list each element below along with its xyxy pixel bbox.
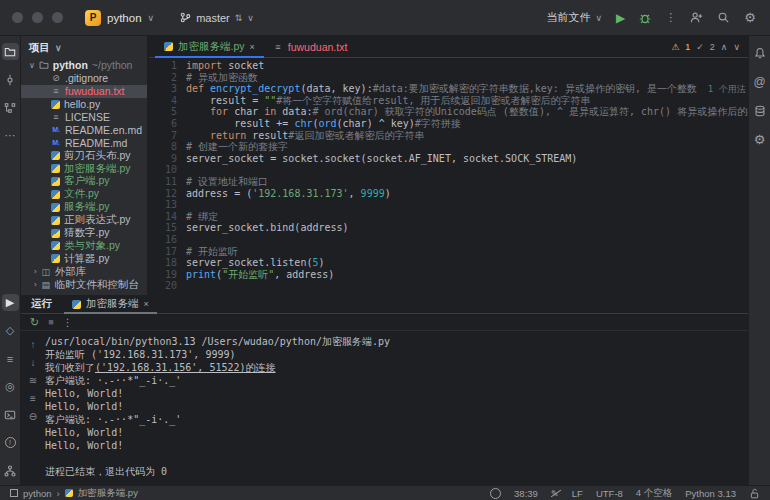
- tree-item[interactable]: ›◫外部库: [21, 265, 147, 278]
- python-file-icon: [51, 151, 60, 160]
- tree-item[interactable]: 类与对象.py: [21, 239, 147, 252]
- branch-widget[interactable]: master ⇅ ∨: [174, 9, 260, 27]
- settings-gear-icon[interactable]: ⚙: [744, 10, 756, 25]
- tree-item[interactable]: 猜数字.py: [21, 227, 147, 240]
- tree-item[interactable]: ≡LICENSE: [21, 111, 147, 124]
- code-line: [186, 199, 748, 211]
- code-line: # 创建一个新的套接字: [186, 141, 748, 153]
- editor-tab[interactable]: 加密服务端.py×: [155, 36, 264, 57]
- run-tab[interactable]: 加密服务端 ×: [64, 295, 157, 313]
- run-config-selector[interactable]: 当前文件 ∨: [547, 10, 603, 25]
- code-lines: import socket# 异或加密函数def encrypt_decrypt…: [186, 60, 748, 292]
- soft-wrap-button[interactable]: ≋: [29, 375, 37, 386]
- project-panel-header[interactable]: 项目 ∨: [21, 36, 147, 59]
- terminal-tool-button[interactable]: [2, 406, 19, 423]
- indent-setting[interactable]: 4 个空格: [636, 487, 672, 500]
- python-packages-tool-button[interactable]: ≡: [2, 350, 19, 367]
- tree-item-label: 计算器.py: [64, 252, 110, 266]
- tree-item[interactable]: 文件.py: [21, 188, 147, 201]
- tree-item[interactable]: 正则表达式.py: [21, 214, 147, 227]
- breadcrumb-file[interactable]: 加密服务端.py: [78, 487, 138, 500]
- prev-problem-button[interactable]: ∧: [721, 42, 728, 52]
- project-tool-button[interactable]: [2, 43, 19, 60]
- tree-item[interactable]: 客户端.py: [21, 175, 147, 188]
- background-tasks-icon[interactable]: [490, 488, 501, 499]
- inspection-widget[interactable]: ⚠1 ✓2 ∧ ∨: [671, 42, 740, 52]
- notifications-tool-button[interactable]: [751, 44, 768, 61]
- search-everywhere-button[interactable]: [717, 11, 730, 24]
- close-window-button[interactable]: [12, 12, 23, 23]
- tab-label: 加密服务端.py: [178, 40, 245, 54]
- close-icon[interactable]: ×: [144, 299, 149, 309]
- line-separator[interactable]: LF: [572, 488, 583, 499]
- clear-console-button[interactable]: ⊖: [29, 411, 37, 422]
- run-panel-title[interactable]: 运行: [21, 297, 64, 311]
- tree-item-label: 类与对象.py: [64, 239, 120, 253]
- tree-item[interactable]: ≡fuwuduan.txt: [21, 85, 147, 98]
- more-tools-button[interactable]: ⋯: [2, 127, 19, 144]
- tree-item[interactable]: M↓README.md: [21, 136, 147, 149]
- tree-item[interactable]: 剪刀石头布.py: [21, 149, 147, 162]
- tree-root-row[interactable]: ∨ python ~/python: [21, 59, 147, 72]
- commit-tool-button[interactable]: [2, 71, 19, 88]
- tab-strip: 加密服务端.py×≡fuwuduan.txt: [155, 36, 356, 57]
- python-file-icon: [51, 190, 60, 199]
- run-button[interactable]: ▶: [616, 11, 625, 25]
- scroll-up-button[interactable]: ↑: [31, 339, 36, 350]
- chevron-right-icon[interactable]: ›: [34, 267, 37, 276]
- python-console-tool-button[interactable]: ◎: [2, 378, 19, 395]
- tree-item[interactable]: hello.py: [21, 98, 147, 111]
- close-icon[interactable]: ×: [250, 42, 255, 52]
- run-panel: 运行 加密服务端 × ↻ ■ ⋮ ↑ ↓ ≋ ≡ ⊖ /usr/local/bi…: [21, 295, 748, 485]
- code-line: print("开始监听", address): [186, 269, 748, 281]
- zoom-window-button[interactable]: [52, 12, 63, 23]
- debug-button[interactable]: [639, 12, 651, 24]
- more-options-button[interactable]: ⋮: [63, 317, 73, 328]
- structure-tool-button[interactable]: [2, 99, 19, 116]
- services-tool-button[interactable]: ◇: [2, 322, 19, 339]
- line-number: 6: [149, 118, 177, 130]
- scroll-down-button[interactable]: ↓: [31, 357, 36, 368]
- tree-item[interactable]: 服务端.py: [21, 201, 147, 214]
- code-line: import socket: [186, 60, 748, 72]
- problems-tool-button[interactable]: !: [2, 434, 19, 451]
- tree-item[interactable]: ›▤临时文件和控制台: [21, 278, 147, 291]
- stop-button[interactable]: ■: [48, 317, 53, 327]
- console-output[interactable]: /usr/local/bin/python3.13 /Users/wudao/p…: [45, 331, 748, 478]
- console-settings-button[interactable]: ≡: [30, 393, 36, 404]
- git-branch-icon: [180, 12, 191, 23]
- run-config-label: 当前文件: [547, 10, 591, 25]
- editor-tab[interactable]: ≡fuwuduan.txt: [264, 36, 357, 57]
- plugins-tool-button[interactable]: ⚙: [751, 131, 768, 148]
- project-icon: P: [85, 10, 101, 26]
- next-problem-button[interactable]: ∨: [733, 42, 740, 52]
- project-panel-title: 项目: [29, 41, 50, 55]
- rerun-button[interactable]: ↻: [30, 316, 39, 329]
- more-actions-button[interactable]: ⋮: [665, 11, 676, 24]
- version-control-tool-button[interactable]: [2, 462, 19, 479]
- tree-item[interactable]: 加密服务端.py: [21, 162, 147, 175]
- chevron-down-icon[interactable]: ∨: [29, 61, 35, 70]
- tree-item-label: 剪刀石头布.py: [64, 149, 131, 163]
- code-editor[interactable]: 1234567891011121314151617181920 import s…: [149, 58, 748, 292]
- ai-assistant-tool-button[interactable]: @: [751, 73, 768, 90]
- breadcrumb-project[interactable]: python: [23, 488, 52, 499]
- project-widget[interactable]: P python ∨: [79, 7, 160, 29]
- tree-item[interactable]: 计算器.py: [21, 252, 147, 265]
- minimize-window-button[interactable]: [32, 12, 43, 23]
- caret-position[interactable]: 38:39: [514, 488, 538, 499]
- tree-item[interactable]: M↓README.en.md: [21, 123, 147, 136]
- read-only-toggle-icon[interactable]: ✎: [551, 488, 559, 499]
- run-tool-button[interactable]: ▶: [2, 294, 19, 311]
- chevron-right-icon[interactable]: ›: [34, 280, 37, 289]
- tree-item[interactable]: ⊘.gitignore: [21, 72, 147, 85]
- module-icon: [10, 489, 18, 497]
- database-tool-button[interactable]: [751, 102, 768, 119]
- python-interpreter[interactable]: Python 3.13: [685, 488, 736, 499]
- file-encoding[interactable]: UTF-8: [596, 488, 623, 499]
- chevron-right-icon: ›: [57, 488, 60, 499]
- code-with-me-button[interactable]: [690, 11, 703, 24]
- line-number: 16: [149, 234, 177, 246]
- line-number: 18: [149, 257, 177, 269]
- unlock-icon[interactable]: [749, 488, 760, 499]
